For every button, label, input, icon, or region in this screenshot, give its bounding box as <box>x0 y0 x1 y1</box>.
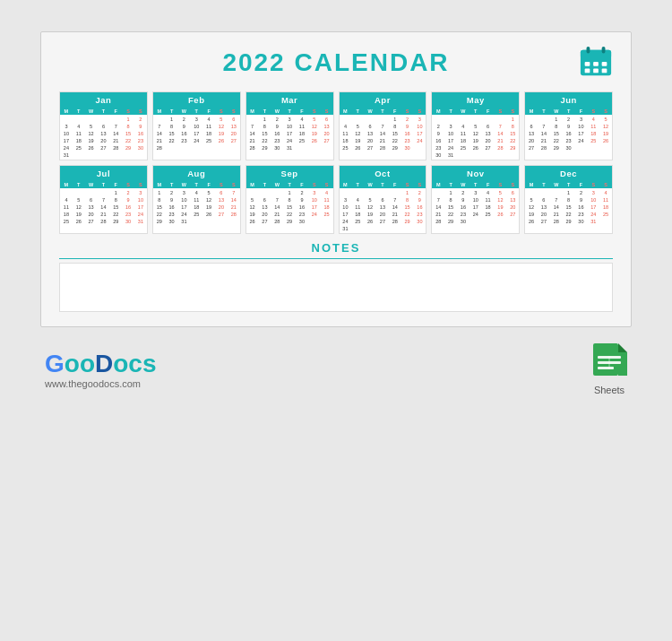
month-name: Jul <box>60 166 147 181</box>
day-cell: 2 <box>296 189 308 196</box>
day-cell <box>482 116 495 123</box>
day-cell: 18 <box>73 137 85 144</box>
day-headers: MTWTFSS <box>153 108 240 115</box>
day-cell: 17 <box>413 130 426 137</box>
day-cell: 13 <box>538 204 550 211</box>
day-cell: 11 <box>351 204 364 211</box>
day-cell: 8 <box>563 196 575 204</box>
day-cell: 8 <box>122 123 134 130</box>
day-headers: MTWTFSS <box>432 181 519 188</box>
day-cell: 18 <box>587 130 599 137</box>
day-cell <box>85 116 98 123</box>
day-cell <box>364 116 376 123</box>
day-header: S <box>401 108 414 115</box>
day-cell: 2 <box>563 116 575 123</box>
day-cell: 27 <box>538 218 550 225</box>
day-header: M <box>246 108 259 115</box>
day-cell: 9 <box>122 196 134 204</box>
day-cell: 14 <box>550 204 563 211</box>
day-cell: 19 <box>494 204 506 211</box>
goodocs-name: GooDocs <box>45 350 156 378</box>
day-headers: MTWTFSS <box>340 181 426 188</box>
day-cell <box>73 152 85 159</box>
day-cell: 13 <box>258 204 271 211</box>
day-cell: 16 <box>271 130 283 137</box>
day-cell: 5 <box>85 123 98 130</box>
logo-ocs: ocs <box>113 350 156 378</box>
day-header: T <box>97 108 109 115</box>
day-cell: 23 <box>432 144 444 152</box>
day-cell: 2 <box>432 123 444 130</box>
day-cell: 26 <box>308 137 321 144</box>
day-cell: 13 <box>506 196 519 204</box>
day-cell: 17 <box>134 204 147 211</box>
month-name: May <box>432 92 519 108</box>
day-cell: 29 <box>283 218 296 225</box>
day-header: T <box>538 181 550 188</box>
day-cell: 1 <box>550 116 563 123</box>
day-cell <box>85 152 98 159</box>
day-header: F <box>202 108 215 115</box>
day-cell: 3 <box>177 189 190 196</box>
goodocs-url: www.thegoodocs.com <box>45 378 156 389</box>
day-cell <box>177 144 190 152</box>
day-cell: 18 <box>340 137 352 144</box>
svg-rect-3 <box>602 47 606 54</box>
day-cell <box>376 189 389 196</box>
day-header: S <box>134 108 147 115</box>
notes-box[interactable] <box>59 263 613 312</box>
day-cell: 21 <box>432 211 444 218</box>
day-cell: 9 <box>177 123 190 130</box>
day-cell: 25 <box>321 211 333 218</box>
day-cell: 21 <box>494 137 506 144</box>
day-cell: 3 <box>340 196 352 204</box>
day-cell: 1 <box>506 116 519 123</box>
day-cell: 15 <box>166 130 178 137</box>
day-cell <box>457 116 470 123</box>
day-header: W <box>550 181 563 188</box>
day-cell: 6 <box>538 196 550 204</box>
day-cell: 11 <box>587 123 599 130</box>
day-header: M <box>525 181 538 188</box>
day-cell: 31 <box>177 218 190 225</box>
day-cell: 2 <box>401 116 414 123</box>
day-header: S <box>413 108 426 115</box>
day-header: T <box>563 181 575 188</box>
day-cell <box>538 116 550 123</box>
day-cell: 5 <box>202 189 215 196</box>
day-cell <box>351 225 364 232</box>
sheets-icon <box>591 343 627 383</box>
day-cell: 29 <box>122 144 134 152</box>
day-cell: 16 <box>122 204 134 211</box>
day-cell: 5 <box>308 116 321 123</box>
day-cell <box>340 189 352 196</box>
day-cell: 22 <box>258 137 271 144</box>
day-cell: 27 <box>364 144 376 152</box>
day-cell: 24 <box>340 218 352 225</box>
day-cell: 17 <box>60 137 73 144</box>
day-cell: 13 <box>85 204 98 211</box>
day-cell <box>550 189 563 196</box>
day-cell: 27 <box>228 137 240 144</box>
day-header: F <box>389 108 401 115</box>
day-cell: 11 <box>340 130 352 137</box>
day-cell <box>494 116 506 123</box>
day-header: W <box>177 108 190 115</box>
day-cell: 29 <box>401 218 414 225</box>
day-header: F <box>482 108 495 115</box>
day-cell: 6 <box>482 123 495 130</box>
day-header: M <box>153 181 166 188</box>
day-cell: 7 <box>376 123 389 130</box>
day-header: W <box>550 108 563 115</box>
day-cell: 28 <box>246 144 259 152</box>
day-cell <box>85 189 98 196</box>
day-cell: 31 <box>587 218 599 225</box>
day-cell: 3 <box>587 189 599 196</box>
day-cell: 7 <box>97 196 109 204</box>
day-cell: 28 <box>153 144 166 152</box>
day-cell <box>321 144 333 152</box>
day-headers: MTWTFSS <box>340 108 426 115</box>
day-cell: 24 <box>574 137 587 144</box>
day-cell: 8 <box>283 196 296 204</box>
day-header: S <box>494 108 506 115</box>
